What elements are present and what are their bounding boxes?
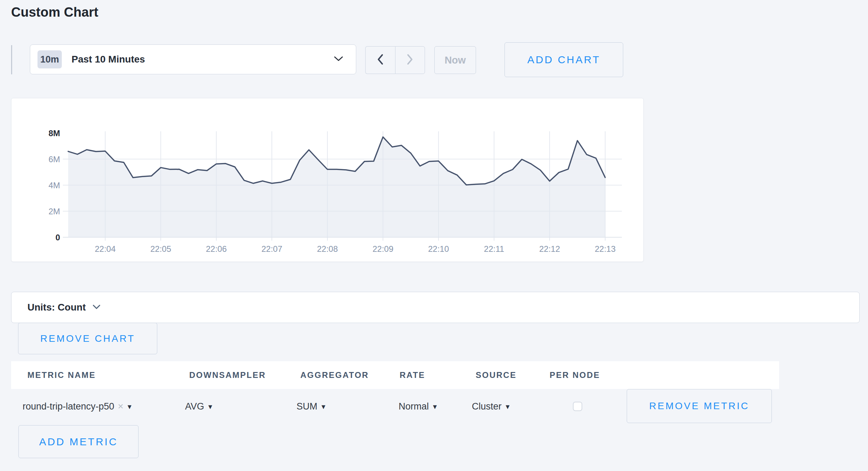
chart-card: 02M4M6M8M22:0422:0522:0622:0722:0822:092… (11, 98, 644, 262)
units-label: Units: Count (27, 302, 86, 313)
header-metric-name: METRIC NAME (27, 370, 96, 380)
rate-value: Normal (399, 401, 429, 412)
svg-text:22:08: 22:08 (317, 244, 338, 254)
time-range-dropdown[interactable]: 10m Past 10 Minutes (30, 44, 356, 74)
metric-name-dropdown[interactable]: round-trip-latency-p50 × ▾ (23, 401, 132, 412)
next-time-button[interactable] (395, 46, 425, 74)
svg-text:22:05: 22:05 (150, 244, 171, 254)
chevron-down-icon (93, 304, 100, 311)
next-arrow-icon (406, 53, 414, 67)
source-dropdown[interactable]: Cluster ▾ (472, 401, 510, 412)
header-per-node: PER NODE (550, 370, 600, 380)
svg-text:22:11: 22:11 (484, 244, 504, 254)
prev-arrow-icon (376, 53, 384, 67)
toolbar-divider (11, 45, 12, 74)
time-pager (365, 46, 425, 74)
dropdown-caret-icon: ▾ (433, 402, 437, 411)
downsampler-dropdown[interactable]: AVG ▾ (185, 401, 212, 412)
source-value: Cluster (472, 401, 502, 412)
svg-text:22:09: 22:09 (373, 244, 393, 254)
svg-text:22:04: 22:04 (95, 244, 116, 254)
svg-text:22:10: 22:10 (428, 244, 449, 254)
metric-name-value: round-trip-latency-p50 (23, 401, 114, 412)
remove-metric-button[interactable]: REMOVE METRIC (627, 389, 772, 423)
dropdown-caret-icon: ▾ (128, 402, 132, 411)
clear-metric-icon[interactable]: × (118, 401, 123, 412)
per-node-checkbox[interactable] (573, 402, 582, 411)
svg-text:22:13: 22:13 (595, 244, 616, 254)
units-dropdown[interactable]: Units: Count (11, 292, 860, 323)
svg-text:22:07: 22:07 (261, 244, 282, 254)
rate-dropdown[interactable]: Normal ▾ (399, 401, 437, 412)
downsampler-value: AVG (185, 401, 204, 412)
timeseries-area-chart[interactable]: 02M4M6M8M22:0422:0522:0622:0722:0822:092… (11, 98, 644, 262)
prev-time-button[interactable] (365, 46, 395, 74)
remove-chart-button[interactable]: REMOVE CHART (18, 323, 157, 354)
dropdown-caret-icon: ▾ (506, 402, 510, 411)
custom-chart-page: Custom Chart 10m Past 10 Minutes Now ADD… (0, 0, 868, 471)
dropdown-caret-icon: ▾ (322, 402, 325, 411)
svg-text:22:12: 22:12 (539, 244, 560, 254)
chevron-down-icon (334, 56, 343, 63)
time-range-badge: 10m (37, 50, 62, 68)
time-range-label: Past 10 Minutes (72, 54, 145, 65)
page-title: Custom Chart (11, 5, 98, 20)
header-aggregator: AGGREGATOR (300, 370, 369, 380)
svg-text:6M: 6M (49, 155, 60, 164)
svg-text:4M: 4M (49, 181, 60, 190)
svg-text:2M: 2M (49, 207, 60, 216)
aggregator-value: SUM (297, 401, 317, 412)
svg-text:0: 0 (56, 233, 60, 242)
now-button[interactable]: Now (434, 46, 476, 74)
dropdown-caret-icon: ▾ (208, 402, 212, 411)
header-downsampler: DOWNSAMPLER (189, 370, 266, 380)
header-source: SOURCE (476, 370, 517, 380)
add-metric-button[interactable]: ADD METRIC (18, 425, 139, 458)
svg-text:22:06: 22:06 (206, 244, 227, 254)
add-chart-button[interactable]: ADD CHART (504, 42, 623, 77)
metrics-table-header: METRIC NAME DOWNSAMPLER AGGREGATOR RATE … (11, 361, 779, 389)
header-rate: RATE (400, 370, 425, 380)
aggregator-dropdown[interactable]: SUM ▾ (297, 401, 325, 412)
svg-text:8M: 8M (49, 129, 60, 138)
